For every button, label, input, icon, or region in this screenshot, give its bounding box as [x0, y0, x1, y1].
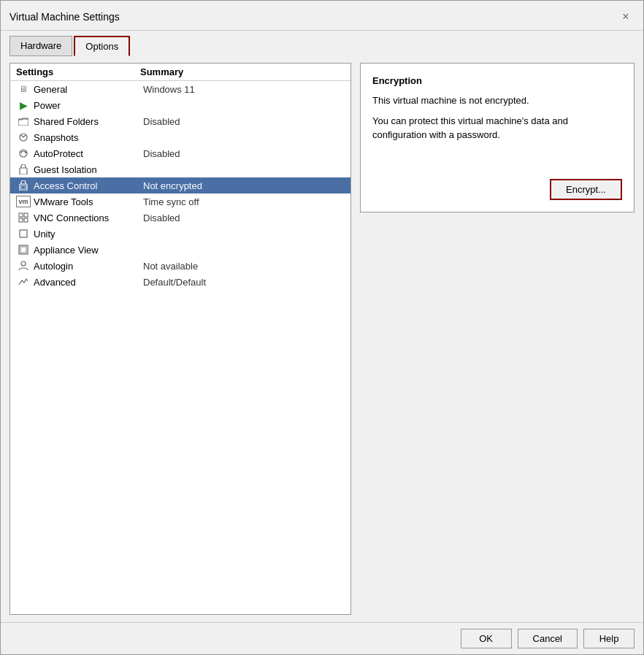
row-vmware-tools[interactable]: vm VMware Tools Time sync off	[10, 194, 350, 210]
row-name-autologin: Autologin	[34, 261, 143, 272]
autologin-icon	[16, 260, 31, 272]
row-name-power: Power	[34, 100, 143, 111]
row-summary-autoprotect: Disabled	[143, 148, 345, 159]
power-icon: ▶	[16, 99, 31, 111]
row-summary-access-control: Not encrypted	[143, 180, 345, 191]
general-icon: 🖥	[16, 83, 31, 95]
row-autologin[interactable]: Autologin Not available	[10, 258, 350, 274]
content-area: Settings Summary 🖥 General Windows 11 ▶ …	[1, 55, 643, 622]
snapshots-icon	[16, 131, 31, 143]
guest-isolation-icon	[16, 164, 31, 175]
row-appliance-view[interactable]: Appliance View	[10, 242, 350, 258]
right-panel: Encryption This virtual machine is not e…	[360, 63, 635, 615]
window-title: Virtual Machine Settings	[9, 11, 120, 23]
tab-bar: Hardware Options	[1, 31, 643, 55]
svg-rect-5	[21, 185, 26, 189]
encrypt-button[interactable]: Encrypt...	[550, 179, 622, 200]
row-snapshots[interactable]: Snapshots	[10, 129, 350, 145]
row-name-vnc-connections: VNC Connections	[34, 212, 143, 223]
help-button[interactable]: Help	[583, 629, 635, 648]
close-button[interactable]: ×	[617, 8, 635, 26]
settings-table: Settings Summary 🖥 General Windows 11 ▶ …	[9, 63, 351, 615]
ok-button[interactable]: OK	[461, 629, 512, 648]
header-summary: Summary	[140, 66, 345, 77]
row-name-access-control: Access Control	[34, 180, 143, 191]
tab-hardware[interactable]: Hardware	[9, 36, 72, 56]
svg-rect-12	[20, 247, 26, 253]
row-summary-shared-folders: Disabled	[143, 116, 345, 127]
row-guest-isolation[interactable]: Guest Isolation	[10, 161, 350, 177]
row-name-autoprotect: AutoProtect	[34, 148, 143, 159]
svg-rect-4	[20, 184, 27, 191]
svg-rect-9	[24, 218, 28, 222]
cancel-button[interactable]: Cancel	[518, 629, 578, 648]
tab-options[interactable]: Options	[74, 36, 130, 56]
svg-rect-6	[19, 213, 23, 217]
row-advanced[interactable]: Advanced Default/Default	[10, 274, 350, 290]
table-header: Settings Summary	[10, 64, 350, 81]
table-body: 🖥 General Windows 11 ▶ Power Shared Fold…	[10, 81, 350, 614]
svg-rect-7	[24, 213, 28, 217]
row-general[interactable]: 🖥 General Windows 11	[10, 81, 350, 97]
row-name-guest-isolation: Guest Isolation	[34, 164, 143, 175]
row-summary-autologin: Not available	[143, 261, 345, 272]
bottom-bar: OK Cancel Help	[1, 622, 643, 654]
row-name-shared-folders: Shared Folders	[34, 116, 143, 127]
shared-folders-icon	[16, 115, 31, 127]
row-name-general: General	[34, 84, 143, 95]
row-name-snapshots: Snapshots	[34, 132, 143, 143]
row-vnc-connections[interactable]: VNC Connections Disabled	[10, 210, 350, 226]
svg-rect-10	[20, 230, 27, 237]
svg-rect-3	[20, 168, 27, 175]
row-access-control[interactable]: Access Control Not encrypted	[10, 177, 350, 194]
autoprotect-icon	[16, 148, 31, 159]
row-unity[interactable]: Unity	[10, 226, 350, 242]
svg-point-13	[21, 261, 26, 266]
access-control-icon	[16, 180, 31, 191]
encryption-desc1: This virtual machine is not encrypted.	[372, 93, 622, 108]
unity-icon	[16, 228, 31, 240]
row-summary-general: Windows 11	[143, 84, 345, 95]
row-name-unity: Unity	[34, 229, 143, 240]
row-power[interactable]: ▶ Power	[10, 97, 350, 113]
row-summary-vmware-tools: Time sync off	[143, 196, 345, 207]
header-settings: Settings	[16, 66, 140, 77]
row-summary-vnc-connections: Disabled	[143, 212, 345, 223]
row-autoprotect[interactable]: AutoProtect Disabled	[10, 145, 350, 161]
encryption-title: Encryption	[372, 75, 622, 86]
row-name-vmware-tools: VMware Tools	[34, 196, 143, 207]
appliance-view-icon	[16, 244, 31, 256]
vnc-connections-icon	[16, 212, 31, 223]
advanced-icon	[16, 276, 31, 288]
dialog-window: Virtual Machine Settings × Hardware Opti…	[0, 0, 644, 655]
row-name-appliance-view: Appliance View	[34, 245, 143, 256]
row-name-advanced: Advanced	[34, 277, 143, 288]
row-summary-advanced: Default/Default	[143, 277, 345, 288]
svg-rect-8	[19, 218, 23, 222]
encryption-desc2: You can protect this virtual machine's d…	[372, 114, 622, 142]
title-bar: Virtual Machine Settings ×	[1, 1, 643, 31]
vmware-tools-icon: vm	[16, 196, 31, 207]
encryption-box: Encryption This virtual machine is not e…	[360, 63, 635, 212]
row-shared-folders[interactable]: Shared Folders Disabled	[10, 113, 350, 129]
